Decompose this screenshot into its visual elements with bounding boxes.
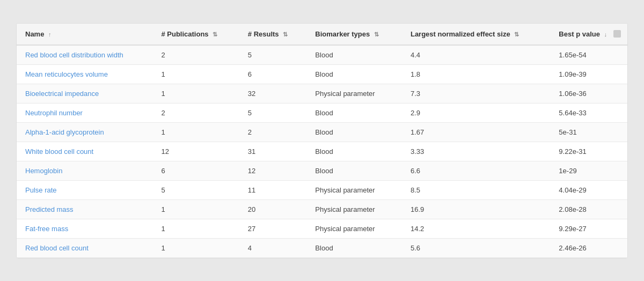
cell-biomarker-types: Blood — [306, 161, 402, 180]
table-row: Red blood cell count14Blood5.62.46e-26 — [17, 238, 627, 257]
cell-biomarker-types: Blood — [306, 238, 402, 257]
name-link[interactable]: Pulse rate — [25, 186, 57, 194]
cell-name: Predicted mass — [17, 199, 152, 219]
cell-p-value: 2.46e-26 — [550, 238, 627, 257]
cell-p-value: 4.04e-29 — [550, 180, 627, 199]
cell-effect-size: 7.3 — [402, 84, 550, 103]
cell-results: 27 — [239, 219, 307, 238]
cell-effect-size: 1.67 — [402, 122, 550, 142]
cell-name: Mean reticulocytes volume — [17, 64, 152, 84]
table-row: Bioelectrical impedance132Physical param… — [17, 84, 627, 103]
cell-p-value: 2.08e-28 — [550, 199, 627, 219]
col-header-results[interactable]: # Results ⇅ — [239, 24, 307, 45]
cell-p-value: 9.22e-31 — [550, 142, 627, 161]
cell-biomarker-types: Physical parameter — [306, 199, 402, 219]
cell-publications: 1 — [152, 84, 239, 103]
cell-publications: 1 — [152, 219, 239, 238]
cell-results: 4 — [239, 238, 307, 257]
col-header-effect-size[interactable]: Largest normalized effect size ⇅ — [402, 24, 550, 45]
name-link[interactable]: Predicted mass — [25, 205, 74, 213]
cell-effect-size: 6.6 — [402, 161, 550, 180]
cell-biomarker-types: Blood — [306, 142, 402, 161]
cell-results: 32 — [239, 84, 307, 103]
cell-p-value: 1e-29 — [550, 161, 627, 180]
cell-effect-size: 3.33 — [402, 142, 550, 161]
cell-p-value: 5e-31 — [550, 122, 627, 142]
cell-results: 6 — [239, 64, 307, 84]
scroll-indicator — [613, 30, 621, 38]
sort-icon-biomarker: ⇅ — [374, 31, 379, 38]
col-header-biomarker-types[interactable]: Biomarker types ⇅ — [306, 24, 402, 45]
table-row: Neutrophil number25Blood2.95.64e-33 — [17, 103, 627, 122]
cell-publications: 12 — [152, 142, 239, 161]
cell-effect-size: 14.2 — [402, 219, 550, 238]
cell-p-value: 1.09e-39 — [550, 64, 627, 84]
cell-effect-size: 4.4 — [402, 45, 550, 65]
name-link[interactable]: Bioelectrical impedance — [25, 90, 99, 98]
cell-biomarker-types: Blood — [306, 45, 402, 65]
cell-biomarker-types: Physical parameter — [306, 180, 402, 199]
cell-name: Bioelectrical impedance — [17, 84, 152, 103]
cell-p-value: 1.06e-36 — [550, 84, 627, 103]
col-header-name[interactable]: Name ↑ — [17, 24, 152, 45]
cell-biomarker-types: Physical parameter — [306, 219, 402, 238]
cell-results: 2 — [239, 122, 307, 142]
cell-name: Hemoglobin — [17, 161, 152, 180]
sort-icon-effect: ⇅ — [514, 31, 519, 38]
table-row: Pulse rate511Physical parameter8.54.04e-… — [17, 180, 627, 199]
cell-results: 5 — [239, 45, 307, 65]
cell-publications: 2 — [152, 45, 239, 65]
name-link[interactable]: Alpha-1-acid glycoprotein — [25, 128, 104, 136]
sort-icon-name: ↑ — [48, 31, 52, 38]
cell-name: Alpha-1-acid glycoprotein — [17, 122, 152, 142]
cell-name: Red blood cell count — [17, 238, 152, 257]
cell-name: White blood cell count — [17, 142, 152, 161]
table-header-row: Name ↑ # Publications ⇅ # Results ⇅ Biom… — [17, 24, 627, 45]
cell-results: 12 — [239, 161, 307, 180]
cell-results: 5 — [239, 103, 307, 122]
cell-p-value: 1.65e-54 — [550, 45, 627, 65]
cell-effect-size: 2.9 — [402, 103, 550, 122]
sort-icon-publications: ⇅ — [213, 31, 217, 38]
cell-publications: 1 — [152, 64, 239, 84]
name-link[interactable]: Fat-free mass — [25, 225, 68, 233]
cell-biomarker-types: Blood — [306, 122, 402, 142]
cell-p-value: 9.29e-27 — [550, 219, 627, 238]
name-link[interactable]: White blood cell count — [25, 147, 93, 156]
data-table: Name ↑ # Publications ⇅ # Results ⇅ Biom… — [16, 23, 628, 258]
cell-publications: 1 — [152, 238, 239, 257]
cell-effect-size: 5.6 — [402, 238, 550, 257]
cell-publications: 1 — [152, 122, 239, 142]
name-link[interactable]: Mean reticulocytes volume — [25, 70, 108, 78]
cell-name: Neutrophil number — [17, 103, 152, 122]
cell-publications: 2 — [152, 103, 239, 122]
cell-publications: 6 — [152, 161, 239, 180]
col-header-publications[interactable]: # Publications ⇅ — [152, 24, 239, 45]
cell-biomarker-types: Physical parameter — [306, 84, 402, 103]
cell-p-value: 5.64e-33 — [550, 103, 627, 122]
cell-biomarker-types: Blood — [306, 64, 402, 84]
cell-results: 31 — [239, 142, 307, 161]
cell-name: Pulse rate — [17, 180, 152, 199]
cell-publications: 1 — [152, 199, 239, 219]
table-row: White blood cell count1231Blood3.339.22e… — [17, 142, 627, 161]
table-row: Hemoglobin612Blood6.61e-29 — [17, 161, 627, 180]
cell-effect-size: 16.9 — [402, 199, 550, 219]
table-row: Fat-free mass127Physical parameter14.29.… — [17, 219, 627, 238]
sort-icon-pvalue: ↓ — [604, 31, 608, 38]
cell-name: Red blood cell distribution width — [17, 45, 152, 65]
table-row: Predicted mass120Physical parameter16.92… — [17, 199, 627, 219]
cell-publications: 5 — [152, 180, 239, 199]
name-link[interactable]: Red blood cell distribution width — [25, 51, 123, 59]
cell-results: 11 — [239, 180, 307, 199]
sort-icon-results: ⇅ — [283, 31, 288, 38]
name-link[interactable]: Red blood cell count — [25, 244, 89, 252]
name-link[interactable]: Neutrophil number — [25, 109, 83, 117]
cell-name: Fat-free mass — [17, 219, 152, 238]
cell-effect-size: 1.8 — [402, 64, 550, 84]
table-row: Mean reticulocytes volume16Blood1.81.09e… — [17, 64, 627, 84]
cell-biomarker-types: Blood — [306, 103, 402, 122]
table-row: Alpha-1-acid glycoprotein12Blood1.675e-3… — [17, 122, 627, 142]
name-link[interactable]: Hemoglobin — [25, 167, 62, 175]
cell-effect-size: 8.5 — [402, 180, 550, 199]
